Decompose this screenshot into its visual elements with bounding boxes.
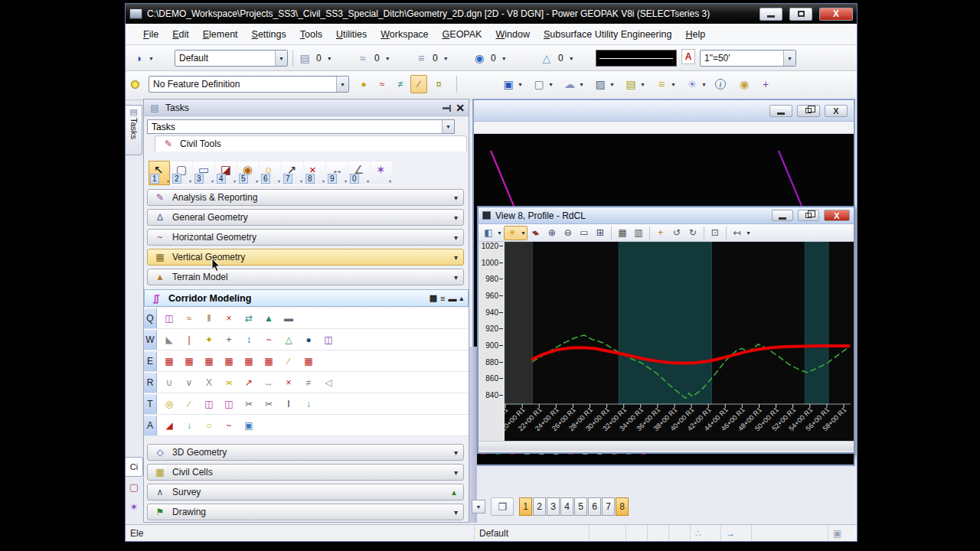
corridor-key-station-button[interactable]: × bbox=[219, 309, 239, 328]
menu-element[interactable]: Element bbox=[196, 26, 245, 43]
new-file-button[interactable]: ▢▼ bbox=[531, 75, 554, 93]
reference-browse-button[interactable]: ◉ bbox=[737, 75, 752, 93]
view-toggle-6[interactable]: 6 bbox=[588, 497, 601, 516]
station-range-button[interactable]: ↕ bbox=[239, 331, 259, 349]
menu-settings[interactable]: Settings bbox=[245, 26, 293, 43]
view-previous-button[interactable]: ↺ bbox=[669, 226, 684, 240]
edit-template-drop-button[interactable]: ▦ bbox=[199, 352, 219, 370]
pan-view-button[interactable]: + bbox=[653, 226, 668, 240]
terrain-surface-button[interactable]: ≈ bbox=[374, 75, 390, 93]
model-combo[interactable]: Default▼ bbox=[175, 50, 288, 67]
view8-minimize-button[interactable] bbox=[772, 210, 793, 221]
zoom-out-button[interactable]: ⊖ bbox=[560, 226, 576, 240]
place-fence-button[interactable]: ▢2▾ bbox=[171, 161, 192, 185]
view-toggle-4[interactable]: 4 bbox=[560, 497, 573, 516]
feature-toggle-button[interactable]: ● bbox=[355, 75, 372, 93]
insert-station-button[interactable]: I bbox=[279, 395, 299, 413]
remove-corridor-reference-button[interactable]: ◫ bbox=[219, 395, 239, 413]
review-template-button[interactable]: ▦ bbox=[299, 352, 318, 370]
collapse-icon[interactable]: ▴ bbox=[459, 295, 463, 302]
tasks-combo[interactable]: Tasks ▼ bbox=[147, 119, 455, 134]
station-line-button[interactable]: | bbox=[179, 331, 199, 349]
chevron-down-icon[interactable]: ▼ bbox=[442, 120, 454, 133]
view-toggle-2[interactable]: 2 bbox=[533, 497, 546, 516]
view-toggle-1[interactable]: 1 bbox=[519, 497, 532, 516]
task-group-analysis-reporting[interactable]: ✎Analysis & Reporting▾ bbox=[147, 189, 464, 206]
component-points-button[interactable]: ≍ bbox=[219, 373, 239, 392]
view1-restore-button[interactable] bbox=[797, 105, 820, 117]
target-plot-button[interactable]: △ bbox=[279, 331, 299, 349]
view8-canvas[interactable]: 10201000980960940920900880860840 18+00 R… bbox=[479, 242, 854, 441]
annotation-scale-combo[interactable]: 1"=50'▼ bbox=[700, 50, 796, 67]
delete-components-button[interactable]: × bbox=[279, 373, 299, 392]
attach-clip-button[interactable]: ○ bbox=[199, 416, 219, 435]
raster-image-button[interactable]: ▨▼ bbox=[593, 75, 615, 93]
feature-definition-combo[interactable]: No Feature Definition▼ bbox=[149, 76, 349, 93]
mirror-point-button[interactable]: ◁ bbox=[318, 373, 338, 392]
fit-view-button[interactable]: ⊞ bbox=[593, 226, 608, 240]
line-weight-combo[interactable]: ≡0▼ bbox=[413, 49, 449, 67]
surface-template-button[interactable]: ◣ bbox=[159, 331, 179, 349]
active-profile-button[interactable]: ∕ bbox=[410, 75, 427, 93]
add-template-button[interactable]: ▦ bbox=[239, 352, 259, 370]
menu-edit[interactable]: Edit bbox=[165, 26, 196, 43]
edit-template-button[interactable]: ▦ bbox=[259, 352, 279, 370]
active-level-combo[interactable]: ▤0▼ bbox=[297, 49, 332, 67]
merge-components-button[interactable]: ↔ bbox=[259, 373, 279, 392]
explorer-button[interactable]: ☀▼ bbox=[684, 75, 707, 93]
design-stage-button[interactable]: ▬ bbox=[279, 309, 299, 328]
template-wand-button[interactable]: ∕ bbox=[279, 352, 299, 370]
task-group-survey[interactable]: ∧Survey▲ bbox=[147, 484, 464, 500]
view-toggle-7[interactable]: 7 bbox=[602, 497, 615, 516]
edit-components-button[interactable]: ↗ bbox=[239, 373, 259, 392]
transparency-combo[interactable]: △0▼ bbox=[539, 49, 574, 67]
cross-station-button[interactable]: + bbox=[219, 331, 239, 349]
annotation-scale-icon[interactable]: A bbox=[681, 49, 695, 64]
measure-distance-button[interactable]: ↔9▾ bbox=[326, 161, 348, 185]
profile-clip-button[interactable]: ~ bbox=[219, 416, 239, 435]
view8-title-bar[interactable]: View 8, Profile - RdCL X bbox=[479, 207, 854, 224]
element-selection-button[interactable]: ↖1▾ bbox=[149, 161, 170, 185]
template-drop-button[interactable]: ≈ bbox=[179, 309, 199, 328]
export-to-native-button[interactable]: ▣ bbox=[239, 416, 259, 435]
corridor-transition-button[interactable]: ‖ bbox=[199, 309, 219, 328]
clip-reference-button[interactable]: ● bbox=[299, 331, 318, 349]
task-group-general-geometry[interactable]: ∆General Geometry▾ bbox=[147, 209, 464, 226]
minimize-button[interactable] bbox=[760, 8, 782, 21]
chevron-down-icon[interactable]: ▼ bbox=[783, 51, 795, 66]
place-shape-button[interactable]: ▭3▾ bbox=[193, 161, 214, 185]
point-cloud-button[interactable]: ☁▼ bbox=[562, 75, 584, 93]
close-button[interactable]: X bbox=[819, 8, 853, 21]
menu-workspace[interactable]: Workspace bbox=[374, 26, 435, 43]
accusnap-grid-button[interactable]: + bbox=[758, 75, 773, 93]
maximize-button[interactable] bbox=[789, 8, 812, 21]
task-group-horizontal-geometry[interactable]: ~Horizontal Geometry▾ bbox=[147, 229, 464, 246]
lock-button[interactable]: ¤ bbox=[430, 75, 447, 93]
menu-file[interactable]: File bbox=[136, 26, 165, 43]
element-info-button[interactable]: i bbox=[715, 75, 726, 93]
view1-title-bar[interactable]: X bbox=[474, 100, 854, 122]
null-point-button[interactable]: ≠ bbox=[299, 373, 318, 392]
move-element-button[interactable]: ↗7▾ bbox=[282, 161, 303, 185]
view1-minimize-button[interactable] bbox=[769, 105, 792, 117]
match-properties-button[interactable]: ◉5▾ bbox=[237, 161, 259, 185]
star-side-icon[interactable]: ✶ bbox=[127, 500, 141, 514]
adjust-view-brightness-button[interactable]: ☀▼ bbox=[504, 226, 528, 240]
template-library-button[interactable]: ▦ bbox=[219, 352, 239, 370]
layout-panel-icon[interactable]: ▬ bbox=[448, 294, 456, 303]
task-group-civil-cells[interactable]: ▦Civil Cells▾ bbox=[147, 464, 464, 481]
copy-view-button[interactable]: ⊡ bbox=[707, 226, 723, 240]
document-side-icon[interactable]: ▢ bbox=[127, 480, 141, 494]
menu-subsurface-utility-engineering[interactable]: Subsurface Utility Engineering bbox=[537, 26, 678, 43]
view1-close-button[interactable]: X bbox=[825, 105, 848, 117]
view-display-mode-button[interactable]: ◧▼ bbox=[481, 226, 503, 240]
active-color-combo[interactable]: ◉0▼ bbox=[472, 49, 507, 67]
view-groups-dropdown[interactable]: ▼ bbox=[472, 500, 485, 514]
window-area-button[interactable]: ▭ bbox=[577, 226, 592, 240]
view-toggle-8[interactable]: 8 bbox=[616, 497, 629, 516]
task-group-drawing[interactable]: ⚑Drawing▾ bbox=[147, 504, 464, 520]
chevron-down-icon[interactable]: ▼ bbox=[275, 51, 287, 66]
split-corridor-button[interactable]: ✂ bbox=[239, 395, 259, 413]
key-tool-button[interactable]: ✦ bbox=[199, 331, 219, 349]
test-point-button[interactable]: X bbox=[199, 373, 219, 392]
